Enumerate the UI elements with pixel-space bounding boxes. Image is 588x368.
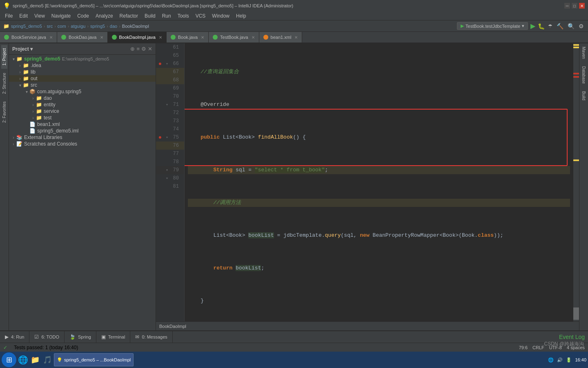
menu-item-view[interactable]: View	[31, 12, 48, 20]
bottom-tab-todo[interactable]: ☑ 6: TODO	[29, 331, 65, 343]
code-editor[interactable]: //查询返回集合 @Override public List<Book> fin…	[185, 43, 573, 321]
menu-item-build[interactable]: Build	[141, 12, 159, 20]
right-tab-build[interactable]: Build	[581, 88, 587, 103]
fold-80[interactable]: ▾	[164, 176, 170, 181]
tree-item-root[interactable]: ▾ 📁 spring5_demo5 E:\work\spring5_demo5	[9, 56, 156, 62]
start-button[interactable]: ⊞	[2, 352, 16, 367]
tree-item-scratches[interactable]: › 📝 Scratches and Consoles	[9, 141, 156, 147]
build-button[interactable]: 🔨	[556, 22, 564, 30]
taskbar-time[interactable]: 16:40	[575, 357, 586, 362]
tree-item-out[interactable]: › 📁 out	[9, 75, 156, 82]
vert-tab-project[interactable]: 1: Project	[1, 45, 7, 69]
tab-close-bean1[interactable]: ✕	[294, 35, 298, 40]
menu-item-vcs[interactable]: VCS	[192, 12, 209, 20]
coverage-button[interactable]: ☂	[547, 22, 553, 30]
tree-item-lib[interactable]: › 📁 lib	[9, 69, 156, 75]
taskbar-volume-icon[interactable]: 🔊	[557, 357, 563, 363]
taskbar-intellij-btn[interactable]: 💡 spring5_demo5 – ...BookDaoImpl	[54, 353, 134, 366]
maximize-button[interactable]: □	[572, 3, 577, 9]
status-crlf[interactable]: CRLF	[532, 345, 544, 350]
nav-breadcrumb-bookdaoimpl[interactable]: BookDaoImpl	[122, 24, 149, 29]
run-button[interactable]: ▶	[530, 22, 535, 30]
menu-item-edit[interactable]: Edit	[16, 12, 31, 20]
scroll-indicators[interactable]	[573, 43, 579, 321]
tree-item-src[interactable]: ▾ 📁 src	[9, 82, 156, 88]
nav-breadcrumb-spring5demo5[interactable]: spring5_demo5	[11, 24, 42, 29]
vert-tab-favorites[interactable]: 2: Favorites	[1, 98, 7, 126]
tab-testbook[interactable]: TestBook.java ✕	[209, 32, 259, 43]
menu-item-help[interactable]: Help	[233, 12, 249, 20]
right-tab-maven[interactable]: Maven	[581, 43, 587, 62]
right-tab-database[interactable]: Database	[581, 63, 587, 87]
tab-close-bookdao[interactable]: ✕	[100, 35, 103, 40]
tree-item-bean1xml[interactable]: 📄 bean1.xml	[9, 121, 156, 128]
panel-close-icon[interactable]: ✕	[148, 46, 152, 52]
menu-item-tools[interactable]: Tools	[174, 12, 192, 20]
tree-item-package[interactable]: ▾ 📦 com.atguigu.spring5	[9, 88, 156, 95]
taskbar-folder-icon[interactable]: 📁	[29, 354, 41, 366]
minimize-button[interactable]: ─	[564, 3, 570, 9]
tab-close-testbook[interactable]: ✕	[252, 35, 255, 40]
tab-bookdaoimpl[interactable]: BookDaoImpl.java ✕	[108, 32, 167, 43]
menu-item-navigate[interactable]: Navigate	[48, 12, 74, 20]
close-button[interactable]: ✕	[579, 3, 585, 9]
tab-close-bookservice[interactable]: ✕	[49, 35, 53, 40]
panel-collapse-icon[interactable]: ≡	[136, 46, 140, 52]
nav-breadcrumb-atguigu[interactable]: atguigu	[71, 24, 85, 29]
taskbar-network-icon[interactable]: 🌐	[548, 357, 554, 363]
event-log-link[interactable]: Event Log	[559, 334, 585, 340]
vert-tab-structure[interactable]: 2: Structure	[1, 70, 7, 97]
nav-breadcrumb-com[interactable]: com	[58, 24, 66, 29]
fold-79[interactable]: ▾	[164, 168, 170, 173]
tab-close-bookdaoimpl[interactable]: ✕	[159, 35, 162, 40]
nav-breadcrumb-spring5[interactable]: spring5	[90, 24, 105, 29]
gutter-79: ▾ 79	[156, 166, 184, 174]
menu-item-code[interactable]: Code	[74, 12, 92, 20]
menu-item-window[interactable]: Window	[209, 12, 233, 20]
taskbar-battery-icon[interactable]: 🔋	[566, 357, 572, 363]
tree-item-test[interactable]: › 📁 test	[9, 114, 156, 121]
settings-button[interactable]: ⚙	[578, 22, 585, 30]
linenum-61: 61	[170, 45, 181, 50]
messages-icon: ✉	[135, 334, 139, 340]
scrollbar-thumb[interactable]	[573, 307, 579, 320]
tab-book[interactable]: Book.java ✕	[167, 32, 209, 43]
fold-66[interactable]: ▾	[164, 61, 170, 66]
nav-breadcrumb-src[interactable]: src	[47, 24, 53, 29]
panel-settings-icon[interactable]: ⚙	[141, 46, 146, 52]
fold-75[interactable]: ▾	[164, 135, 170, 140]
search-button[interactable]: 🔍	[567, 22, 575, 30]
run-config-selector[interactable]: ▶ TestBook.testJdbcTemplate ▾	[457, 22, 528, 30]
panel-locate-icon[interactable]: ⊕	[130, 46, 135, 52]
taskbar-winamp-icon[interactable]: 🎵	[42, 354, 53, 366]
tree-item-service[interactable]: › 📁 service	[9, 108, 156, 114]
tree-item-iml[interactable]: 📄 spring5_demo5.iml	[9, 128, 156, 134]
tree-label-extlibs: External Libraries	[24, 135, 62, 140]
tree-item-dao[interactable]: › 📁 dao	[9, 95, 156, 101]
tab-close-book[interactable]: ✕	[201, 35, 204, 40]
fold-71[interactable]: ▾	[164, 102, 170, 107]
bottom-tab-messages[interactable]: ✉ 0: Messages	[130, 331, 172, 343]
tab-bookdao[interactable]: BookDao.java ✕	[57, 32, 108, 43]
bottom-tab-spring[interactable]: 🍃 Spring	[65, 331, 96, 343]
menu-item-file[interactable]: File	[2, 12, 16, 20]
scroll-indicator-red1	[573, 73, 579, 74]
menu-item-analyze[interactable]: Analyze	[92, 12, 116, 20]
taskbar-ie-icon[interactable]: 🌐	[17, 354, 29, 366]
breakpoint-icon-75[interactable]: ●	[156, 134, 164, 141]
tab-bean1[interactable]: bean1.xml ✕	[259, 32, 303, 43]
tab-bookservice[interactable]: BookService.java ✕	[0, 32, 57, 43]
tree-item-idea[interactable]: › 📁 .idea	[9, 62, 156, 69]
debug-button[interactable]: 🐛	[538, 23, 545, 29]
tree-item-entity[interactable]: › 📁 entity	[9, 101, 156, 108]
tree-item-extlibs[interactable]: › 📚 External Libraries	[9, 134, 156, 141]
bottom-tab-terminal[interactable]: ▣ Terminal	[96, 331, 131, 343]
gutter-76: 76	[156, 141, 184, 150]
bottom-tab-run[interactable]: ▶ 4: Run	[0, 331, 29, 343]
menu-item-refactor[interactable]: Refactor	[116, 12, 141, 20]
tree-label-entity: entity	[44, 102, 56, 108]
nav-breadcrumb-dao[interactable]: dao	[110, 24, 117, 29]
menu-item-run[interactable]: Run	[159, 12, 174, 20]
breakpoint-icon-66[interactable]: ●	[156, 61, 164, 67]
tree-arrow-test: ›	[30, 116, 36, 120]
